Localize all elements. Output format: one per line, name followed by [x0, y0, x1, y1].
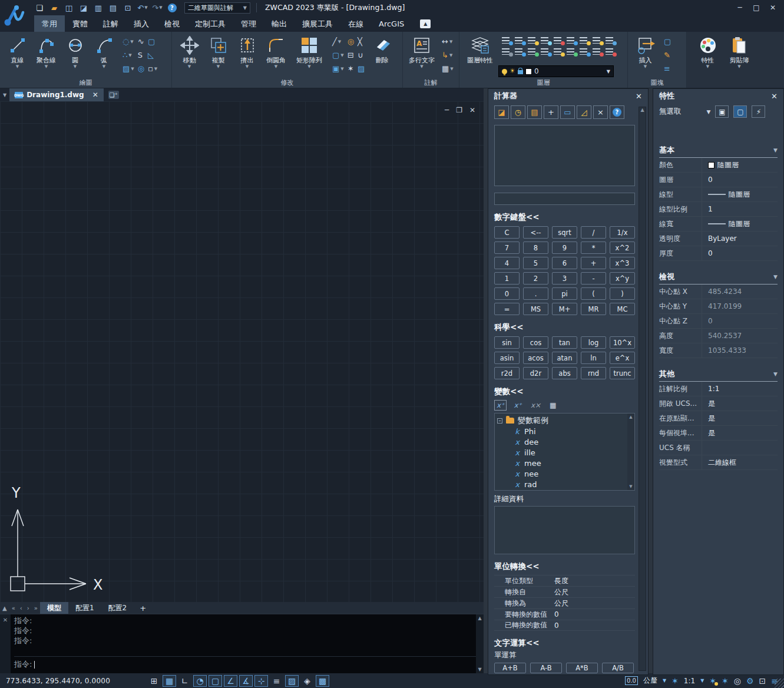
polar-tracking-icon[interactable]: ◔: [193, 675, 207, 687]
variable-item[interactable]: xrad: [497, 479, 626, 489]
redo-button[interactable]: ↷▼: [152, 2, 163, 13]
keypad-section-label[interactable]: 數字鍵盤<<: [494, 212, 635, 223]
turn-layer-on-icon[interactable]: [514, 36, 526, 46]
units-label[interactable]: 公釐: [643, 676, 657, 686]
layout-tab-模型[interactable]: 模型: [40, 602, 68, 614]
isolate-layer-icon[interactable]: [578, 36, 591, 46]
calc-key-C[interactable]: C: [494, 226, 520, 239]
block-editor-icon[interactable]: ≡: [663, 62, 671, 75]
insert-block-button[interactable]: 插入 ▼: [631, 34, 659, 69]
workspace-select[interactable]: 二維草圖與註解 ▼: [184, 2, 250, 14]
calc-key-.[interactable]: .: [523, 287, 548, 300]
annotation-scale-icon[interactable]: ✶: [671, 676, 679, 686]
property-value[interactable]: [702, 441, 778, 455]
document-tab[interactable]: DWG Drawing1.dwg ✕: [9, 88, 104, 101]
calc-key-/[interactable]: /: [581, 226, 606, 239]
measure-angle-icon[interactable]: ◿: [577, 105, 591, 119]
calculator-input[interactable]: [494, 193, 635, 205]
calc-key-1[interactable]: 1: [494, 272, 520, 285]
units-dropdown-icon[interactable]: ▼: [663, 678, 666, 683]
calc-key-sqrt[interactable]: sqrt: [552, 226, 577, 239]
property-value[interactable]: ByLayer: [702, 231, 778, 246]
scroll-up-icon[interactable]: ▲: [627, 415, 634, 419]
drawing-canvas[interactable]: ─ ❐ ✕ Y X: [0, 101, 484, 602]
ribbon-collapse-button[interactable]: ▲: [420, 19, 431, 28]
unit-row-value[interactable]: 公尺: [554, 598, 568, 608]
unlock-layer-icon[interactable]: [565, 36, 578, 46]
unit-row-value[interactable]: 0: [554, 621, 559, 630]
scroll-down-icon[interactable]: ▼: [627, 484, 634, 489]
leader-icon[interactable]: ↳▼: [441, 49, 454, 62]
collapse-icon[interactable]: –: [497, 418, 502, 424]
section-header-檢視[interactable]: 檢視▼: [659, 272, 778, 285]
edit-variable-icon[interactable]: x⁺: [512, 401, 523, 410]
command-close-icon[interactable]: ✕: [3, 617, 8, 623]
turn-all-layers-on-icon[interactable]: [591, 36, 604, 46]
hatch-edit-icon[interactable]: ▨: [357, 62, 365, 75]
plot-button[interactable]: ▤: [108, 2, 118, 13]
ribbon-tab-插入[interactable]: 插入: [126, 15, 157, 32]
return-to-calculator-icon[interactable]: ▦: [548, 401, 558, 410]
minimize-button[interactable]: ─: [733, 2, 746, 13]
doc-tabs-menu-icon[interactable]: ▼: [0, 92, 9, 98]
close-icon[interactable]: ✕: [771, 92, 778, 101]
quick-select-icon[interactable]: ⚡: [752, 105, 765, 118]
undo-button[interactable]: ↶▼: [137, 2, 148, 13]
calc-fn-acos[interactable]: acos: [523, 352, 548, 364]
variable-item[interactable]: xdee: [497, 436, 626, 447]
history-icon[interactable]: ◷: [511, 105, 525, 119]
ribbon-tab-在線[interactable]: 在線: [340, 15, 371, 32]
polyline-button[interactable]: 聚合線 ▼: [32, 34, 60, 69]
calc-fn-d2r[interactable]: d2r: [523, 367, 548, 379]
arc-button[interactable]: 弧 ▼: [90, 34, 118, 69]
calc-fn-tan[interactable]: tan: [552, 336, 577, 349]
property-value[interactable]: 是: [702, 396, 778, 411]
align-icon[interactable]: ⊟: [347, 49, 355, 62]
donut-icon[interactable]: ◎: [137, 62, 145, 75]
explode-icon[interactable]: ✶: [347, 62, 355, 75]
calc-key-MR[interactable]: MR: [581, 303, 606, 315]
calc-key-6[interactable]: 6: [552, 257, 577, 269]
calc-key-+[interactable]: +: [581, 257, 606, 269]
layer-select[interactable]: ☀ 0 ▼: [498, 65, 614, 77]
settings-gear-icon[interactable]: ⚙: [746, 676, 754, 686]
layer-visibility-icon[interactable]: [604, 36, 617, 46]
text-op-A-B[interactable]: A-B: [530, 663, 562, 673]
new-document-tab-button[interactable]: ❏⁺: [108, 91, 119, 99]
property-value[interactable]: 是: [702, 411, 778, 425]
layer-delete-icon[interactable]: [591, 47, 604, 57]
maximize-button[interactable]: □: [750, 2, 763, 13]
trim-icon[interactable]: ╱▼: [332, 35, 345, 48]
first-layout-icon[interactable]: «: [9, 605, 18, 611]
mtext-button[interactable]: A 多行文字 ▼: [406, 34, 437, 69]
grid-display-icon[interactable]: ⊞: [147, 675, 161, 687]
selection-filter-icon[interactable]: ◎: [734, 676, 741, 686]
unit-row-value[interactable]: 0: [554, 610, 559, 618]
calc-key-7[interactable]: 7: [494, 242, 520, 254]
calc-key-=[interactable]: =: [494, 303, 520, 315]
command-scrollbar[interactable]: ▲ ▼: [476, 614, 484, 673]
scroll-up-icon[interactable]: ▲: [478, 616, 481, 621]
calc-fn-ln[interactable]: ln: [581, 352, 606, 364]
help-icon[interactable]: ?: [610, 105, 624, 119]
viewport-minimize-icon[interactable]: ─: [445, 106, 449, 114]
layer-merge-icon[interactable]: [578, 47, 591, 57]
fillet-button[interactable]: 倒圓角 ▼: [262, 34, 290, 69]
scientific-section-label[interactable]: 科學<<: [494, 322, 635, 333]
calc-fn-e^x[interactable]: e^x: [610, 352, 635, 364]
ribbon-tab-檢視[interactable]: 檢視: [157, 15, 187, 32]
spline-icon[interactable]: ∿: [137, 35, 145, 48]
dimension-icon[interactable]: ↔▼: [441, 35, 454, 48]
get-coordinates-icon[interactable]: +: [544, 105, 558, 119]
new-variable-icon[interactable]: x⁺: [494, 400, 507, 411]
calc-fn-sin[interactable]: sin: [494, 336, 520, 349]
section-header-其他[interactable]: 其他▼: [659, 369, 778, 382]
hatch-icon[interactable]: ▨▼: [122, 62, 135, 75]
property-value[interactable]: 隨圖層: [702, 217, 778, 231]
object-snap-tracking-icon[interactable]: ∠: [224, 675, 237, 687]
calc-fn-abs[interactable]: abs: [552, 367, 577, 379]
stretch-button[interactable]: 擠出 ▼: [233, 34, 261, 69]
freeze-layer-icon[interactable]: [540, 36, 552, 46]
layer-freeze-others-icon[interactable]: [514, 47, 526, 57]
property-value[interactable]: 隨圖層: [702, 158, 778, 172]
